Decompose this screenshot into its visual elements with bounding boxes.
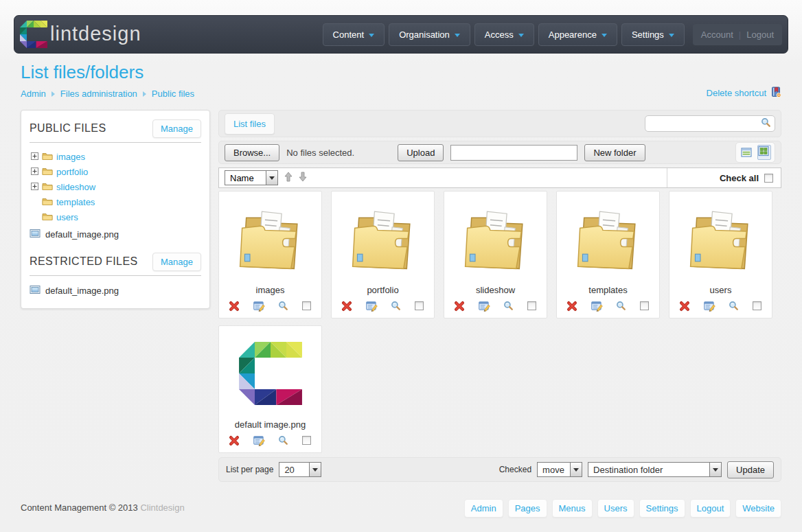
manage-restricted-button[interactable]: Manage [152, 253, 201, 271]
preview-icon[interactable] [278, 301, 288, 311]
breadcrumb-admin[interactable]: Admin [21, 89, 46, 99]
browse-button[interactable]: Browse... [225, 144, 279, 161]
nav-item-content[interactable]: Content [323, 23, 385, 46]
delete-icon[interactable] [229, 301, 240, 312]
file-name: templates [588, 285, 627, 295]
file-checkbox[interactable] [302, 436, 311, 445]
account-link[interactable]: Account [701, 30, 733, 40]
preview-icon[interactable] [278, 435, 288, 446]
per-page-select[interactable]: 20 [279, 462, 321, 477]
edit-icon[interactable] [253, 435, 265, 446]
checked-label: Checked [499, 465, 531, 474]
file-checkbox[interactable] [302, 301, 311, 310]
footer-link-admin[interactable]: Admin [464, 499, 503, 518]
folder-thumbnail[interactable] [456, 196, 535, 284]
file-actions [219, 435, 321, 446]
files-main-panel: List files Browse... No files selected. … [218, 110, 781, 482]
new-folder-button[interactable]: New folder [584, 144, 645, 161]
upload-button[interactable]: Upload [398, 144, 444, 161]
checked-action-select[interactable]: move [537, 462, 582, 477]
delete-icon[interactable] [341, 301, 352, 312]
file-actions [444, 300, 547, 312]
preview-icon[interactable] [391, 301, 401, 311]
edit-icon[interactable] [591, 300, 603, 312]
expand-plus-icon[interactable] [31, 182, 38, 192]
section-title: PUBLIC FILES [30, 122, 106, 135]
sort-ascending-icon[interactable] [284, 172, 293, 185]
nav-item-appearence[interactable]: Appearence [538, 23, 617, 46]
file-name: slideshow [476, 285, 515, 295]
folder-thumbnail[interactable] [343, 196, 422, 284]
footer-link-users[interactable]: Users [597, 499, 634, 518]
preview-icon[interactable] [729, 301, 739, 311]
tree-file-default-image-restricted[interactable]: default_image.png [30, 282, 201, 299]
main-nav: Content Organisation Access Appearence S… [323, 23, 782, 46]
public-files-header: PUBLIC FILES Manage [30, 116, 201, 141]
breadcrumb-public-files[interactable]: Public files [152, 89, 194, 99]
chevron-down-icon [602, 34, 607, 37]
tab-list-files[interactable]: List files [225, 113, 275, 135]
file-checkbox[interactable] [415, 301, 424, 310]
folder-thumbnail[interactable] [681, 196, 760, 284]
grid-view-icon[interactable] [757, 145, 771, 160]
image-thumbnail[interactable] [239, 330, 302, 418]
nav-item-organisation[interactable]: Organisation [389, 23, 470, 46]
nav-item-settings[interactable]: Settings [621, 23, 685, 46]
nav-item-label: Appearence [549, 30, 597, 40]
file-checkbox[interactable] [527, 301, 536, 310]
delete-icon[interactable] [566, 301, 577, 312]
delete-icon[interactable] [454, 301, 465, 312]
chevron-down-icon [455, 34, 460, 37]
tree-item-images: images [30, 149, 201, 164]
sort-bar: Name Check all [218, 167, 781, 188]
destination-folder-select[interactable]: Destination folder [588, 462, 722, 477]
edit-icon[interactable] [366, 300, 378, 312]
folder-thumbnail[interactable] [569, 196, 648, 284]
file-checkbox[interactable] [753, 301, 761, 310]
tree-link[interactable]: images [56, 152, 85, 162]
footer-link-website[interactable]: Website [735, 499, 781, 518]
tree-link[interactable]: slideshow [56, 182, 95, 192]
tree-link[interactable]: users [56, 212, 78, 222]
footer-link-pages[interactable]: Pages [508, 499, 547, 518]
nav-item-label: Settings [632, 30, 664, 40]
file-checkbox[interactable] [640, 301, 649, 310]
sort-field-select[interactable]: Name [225, 170, 278, 185]
tree-file-default-image[interactable]: default_image.png [30, 226, 201, 242]
tree-link[interactable]: portfolio [56, 167, 88, 177]
search-icon[interactable] [761, 117, 771, 130]
sort-controls: Name [219, 168, 667, 187]
edit-icon[interactable] [253, 300, 265, 312]
edit-icon[interactable] [704, 300, 715, 312]
app-header: lintdesign Content Organisation Access A… [14, 15, 788, 54]
edit-icon[interactable] [479, 300, 490, 312]
file-actions [332, 300, 434, 312]
preview-icon[interactable] [616, 301, 626, 311]
search-input[interactable] [649, 118, 761, 130]
brand[interactable]: lintdesign [20, 21, 141, 49]
file-card-slideshow: slideshow [444, 191, 547, 319]
breadcrumb-files-administration[interactable]: Files administration [60, 89, 137, 99]
footer-link-settings[interactable]: Settings [639, 499, 685, 518]
chevron-down-icon [669, 34, 674, 37]
check-all-checkbox[interactable] [764, 174, 773, 183]
expand-plus-icon[interactable] [31, 167, 38, 177]
expand-plus-icon[interactable] [31, 152, 38, 162]
tree-link[interactable]: templates [56, 197, 95, 207]
folder-thumbnail[interactable] [231, 196, 310, 284]
footer-link-logout[interactable]: Logout [690, 499, 731, 518]
new-folder-input[interactable] [450, 145, 577, 161]
footer-link-menus[interactable]: Menus [552, 499, 593, 518]
delete-icon[interactable] [229, 435, 240, 446]
delete-shortcut-link[interactable]: Delete shortcut [707, 86, 781, 100]
sort-descending-icon[interactable] [299, 172, 307, 185]
table-view-icon[interactable] [740, 146, 753, 159]
logout-link[interactable]: Logout [746, 30, 774, 40]
image-file-icon [30, 284, 41, 297]
delete-icon[interactable] [679, 301, 690, 312]
manage-public-button[interactable]: Manage [152, 119, 201, 138]
nav-item-label: Content [333, 30, 365, 40]
preview-icon[interactable] [503, 301, 514, 311]
nav-item-access[interactable]: Access [474, 23, 534, 46]
update-button[interactable]: Update [727, 461, 774, 478]
